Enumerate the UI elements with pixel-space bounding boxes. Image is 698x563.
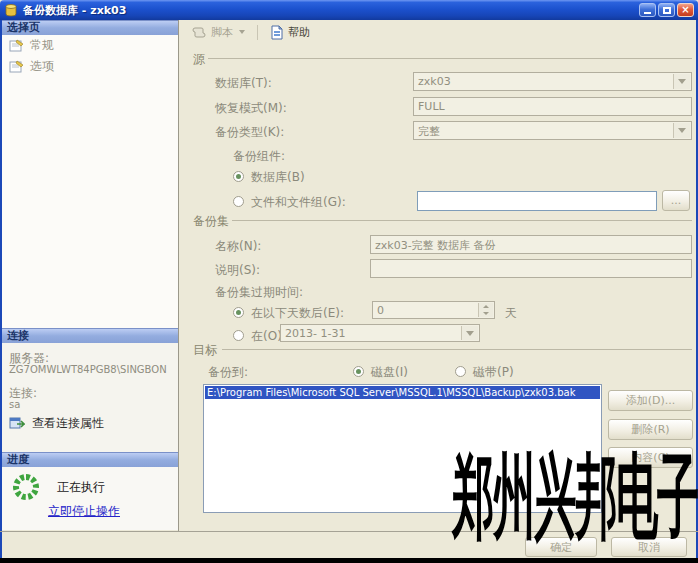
connection-header: 连接 <box>2 328 178 343</box>
stop-action-link[interactable]: 立即停止操作 <box>48 503 120 520</box>
browse-button[interactable]: ... <box>662 190 690 211</box>
add-button[interactable]: 添加(D)... <box>608 390 693 411</box>
toolbar-separator <box>257 25 258 40</box>
name-label: 名称(N): <box>215 238 261 255</box>
minimize-button[interactable] <box>639 3 656 17</box>
radio-tape[interactable] <box>455 366 466 377</box>
name-field[interactable]: zxk03-完整 数据库 备份 <box>370 235 692 254</box>
backup-set-group-line <box>232 220 692 221</box>
name-field-value: zxk03-完整 数据库 备份 <box>375 239 496 252</box>
destination-group-legend: 目标 <box>193 342 217 359</box>
help-button-label: 帮助 <box>288 25 310 40</box>
backup-type-combobox-arrow[interactable] <box>673 123 690 138</box>
progress-spinner-icon <box>11 472 41 502</box>
radio-after-days[interactable] <box>233 307 244 318</box>
sidebar-divider <box>178 20 179 531</box>
radio-disk-label: 磁盘(I) <box>371 364 408 381</box>
source-group-legend: 源 <box>193 51 205 68</box>
select-page-header: 选择页 <box>2 20 178 35</box>
sidebar-item-general[interactable]: 常规 <box>2 35 178 56</box>
radio-database-label: 数据库(B) <box>251 169 305 186</box>
radio-files-filegroups[interactable] <box>233 196 244 207</box>
radio-tape-label: 磁带(P) <box>473 364 514 381</box>
backup-path-item[interactable]: E:\Program Files\Microsoft SQL Server\MS… <box>205 386 600 399</box>
progress-panel: 正在执行 立即停止操作 <box>2 467 178 530</box>
backup-component-label: 备份组件: <box>233 148 285 165</box>
script-button-label: 脚本 <box>211 25 233 40</box>
database-combobox-arrow[interactable] <box>673 74 690 89</box>
sidebar-item-label: 常规 <box>30 37 54 54</box>
recovery-model-value: FULL <box>418 100 445 113</box>
source-group-line <box>208 58 692 59</box>
help-icon <box>270 25 284 40</box>
backup-set-group-legend: 备份集 <box>193 213 229 230</box>
minimize-icon <box>644 12 651 14</box>
server-value: ZG7OMWLWT84PGB8\SINGBON <box>9 364 167 375</box>
spinner-down-button[interactable] <box>478 310 493 317</box>
maximize-icon <box>663 7 671 14</box>
chevron-up-icon <box>483 305 489 308</box>
connection-properties-icon <box>9 417 25 431</box>
dialog-toolbar: 脚本 帮助 <box>179 20 698 44</box>
chevron-down-icon <box>483 312 489 315</box>
radio-disk[interactable] <box>353 366 364 377</box>
sidebar-item-options[interactable]: 选项 <box>2 56 178 77</box>
description-field[interactable] <box>370 259 692 278</box>
chevron-down-icon <box>678 79 686 84</box>
database-combobox[interactable]: zxk03 <box>413 72 692 91</box>
database-label: 数据库(T): <box>215 75 272 92</box>
options-page-icon <box>9 60 24 73</box>
destination-group-line <box>222 349 692 350</box>
view-connection-properties-link[interactable]: 查看连接属性 <box>9 415 104 432</box>
after-days-value: 0 <box>377 304 384 317</box>
bottom-edge <box>0 558 698 563</box>
spinner-up-button[interactable] <box>478 303 493 310</box>
script-icon <box>191 25 207 39</box>
chevron-down-icon <box>678 128 686 133</box>
expire-date-combobox-arrow[interactable] <box>461 326 478 340</box>
expire-label: 备份集过期时间: <box>215 284 303 301</box>
chevron-down-icon <box>466 331 474 336</box>
after-days-spinner[interactable]: 0 <box>372 301 495 319</box>
expire-date-combobox[interactable]: 2013- 1-31 <box>280 324 480 342</box>
view-connection-properties-label: 查看连接属性 <box>32 415 104 432</box>
select-page-panel: 常规 选项 <box>2 35 178 328</box>
recovery-model-label: 恢复模式(M): <box>215 100 287 117</box>
sidebar-item-label: 选项 <box>30 58 54 75</box>
remove-button[interactable]: 删除(R) <box>608 419 693 440</box>
progress-header: 进度 <box>2 452 178 467</box>
spinner-buttons[interactable] <box>478 303 493 317</box>
radio-files-filegroups-label: 文件和文件组(G): <box>251 194 346 211</box>
filegroups-input[interactable] <box>417 191 657 211</box>
database-combobox-value: zxk03 <box>418 75 451 88</box>
title-bar: 备份数据库 - zxk03 × <box>0 0 698 20</box>
script-dropdown-icon <box>239 30 245 34</box>
database-icon <box>4 3 18 17</box>
window-title: 备份数据库 - zxk03 <box>23 3 637 18</box>
watermark-text: 郑州兴邦电子 <box>452 450 698 544</box>
backup-type-value: 完整 <box>418 125 440 138</box>
radio-on-date[interactable] <box>233 330 244 341</box>
help-button[interactable]: 帮助 <box>266 23 314 42</box>
progress-status: 正在执行 <box>57 479 105 496</box>
backup-database-dialog: 备份数据库 - zxk03 × 选择页 常规 选项 连接 服务器: ZG <box>0 0 698 563</box>
close-icon: × <box>681 5 689 15</box>
backup-type-label: 备份类型(K): <box>215 124 284 141</box>
recovery-model-field[interactable]: FULL <box>413 97 692 116</box>
maximize-button[interactable] <box>658 3 675 17</box>
script-button[interactable]: 脚本 <box>187 23 249 42</box>
radio-after-days-label: 在以下天数后(E): <box>251 305 344 322</box>
expire-date-value: 2013- 1-31 <box>285 327 345 340</box>
connection-panel: 服务器: ZG7OMWLWT84PGB8\SINGBON 连接: sa 查看连接… <box>2 343 178 452</box>
general-page-icon <box>9 39 24 52</box>
backup-to-label: 备份到: <box>208 364 248 381</box>
description-label: 说明(S): <box>215 262 260 279</box>
radio-database[interactable] <box>233 171 244 182</box>
days-unit-label: 天 <box>505 305 517 322</box>
backup-type-combobox[interactable]: 完整 <box>413 121 692 140</box>
close-button[interactable]: × <box>677 3 694 17</box>
connection-value: sa <box>9 399 20 410</box>
